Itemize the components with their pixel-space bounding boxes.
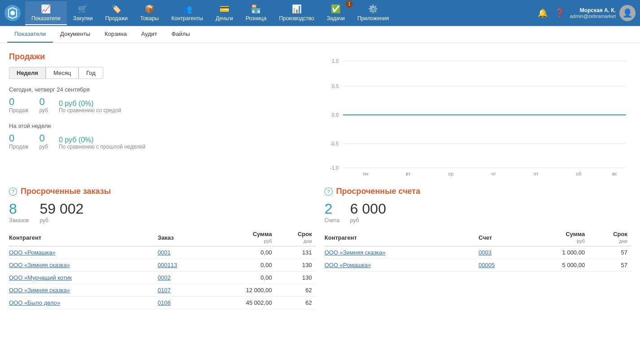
order-link[interactable]: 000113 [158,262,177,268]
sales-panel: Продажи Неделя Месяц Год Сегодня, четвер… [9,52,316,178]
nav-item-pokazateli[interactable]: 📈 Показатели [25,1,67,25]
orders-count-value: 8 [9,201,29,217]
week-label: На этой неделе [9,123,316,129]
nav-item-dengi[interactable]: 💳 Деньги [209,1,239,25]
invoice-sum: 5 000,00 [526,259,589,272]
nav-icon-prodazhi: 🏷️ [111,4,121,14]
table-row: ООО «Мурчащий котик 0002 0,00 130 [9,272,316,284]
counterparty-link[interactable]: ООО «Зимняя сказка» [9,262,70,268]
overdue-orders-header-row: Контрагент Заказ Суммаруб Срокдни [9,229,316,246]
nav-item-prilojeniya[interactable]: ⚙️ Приложения [351,1,395,25]
order-sum: 12 000,00 [209,284,275,297]
inv-counterparty-link[interactable]: ООО «Зимняя сказка» [324,249,386,256]
zadachi-badge: 1 [346,0,353,8]
order-link[interactable]: 0108 [158,299,171,306]
svg-text:пн: пн [363,171,368,176]
period-week-button[interactable]: Неделя [9,67,46,79]
table-row: ООО «Было дело» 0108 45 002,00 62 [9,297,316,309]
user-info: Морская А. К. admin@zebramarket [570,7,616,19]
orders-count-label: Заказов [9,217,29,224]
overdue-invoices-header: ? Просроченные счета [324,187,631,196]
orders-sum-label: руб [39,217,83,224]
nav-item-zakupki[interactable]: 🛒 Закупки [67,1,99,25]
nav-item-roznitsa[interactable]: 🏪 Розница [239,1,272,25]
counterparty-link[interactable]: ООО «Было дело» [9,299,60,306]
nav-item-prodazhi[interactable]: 🏷️ Продажи [99,1,134,25]
order-link[interactable]: 0001 [158,249,171,256]
top-navigation: 📈 Показатели 🛒 Закупки 🏷️ Продажи 📦 Това… [0,0,640,26]
svg-text:чт: чт [491,171,496,176]
nav-icon-pokazateli: 📈 [41,4,51,14]
invoice-days: 57 [588,259,631,272]
invoice-days: 57 [588,246,631,259]
order-days: 62 [276,284,316,297]
nav-icon-tovary: 📦 [145,4,154,14]
today-count-label: Продаж [9,107,28,114]
period-year-button[interactable]: Год [79,67,103,79]
nav-item-kontragenty[interactable]: 👥 Контрагенты [165,1,210,25]
nav-item-proizvodstvo[interactable]: 📊 Производство [273,1,320,25]
overdue-orders-table-container: Контрагент Заказ Суммаруб Срокдни ООО «Р… [9,229,316,309]
nav-item-zadachi[interactable]: ✅ Задачи 1 [320,1,351,25]
week-sum: 0 руб [39,133,48,150]
invoice-number: 00005 [478,259,526,272]
overdue-invoices-help-icon[interactable]: ? [324,188,333,196]
invoice-link[interactable]: 0003 [478,249,491,256]
logo[interactable] [4,5,21,21]
subnav-pokazateli[interactable]: Показатели [7,26,53,43]
period-month-button[interactable]: Месяц [46,67,79,79]
order-link[interactable]: 0107 [158,287,171,294]
invoices-count-label: Счета [324,217,339,224]
invoice-counterparty: ООО «Ромашка» [324,259,478,272]
order-link[interactable]: 0002 [158,274,171,281]
order-number: 0001 [158,246,209,259]
top-nav-right: 🔔 ❓ Морская А. К. admin@zebramarket 👤 [536,5,636,21]
week-sum-label: руб [39,144,48,150]
subnav-audit[interactable]: Аудит [134,26,164,43]
nav-icon-kontragenty: 👥 [182,4,192,14]
user-name: Морская А. К. [580,7,616,13]
subnav-korzina[interactable]: Корзина [97,26,134,43]
user-avatar[interactable]: 👤 [619,5,636,21]
overdue-invoices-header-row: Контрагент Счет Суммаруб Срокдни [324,229,631,246]
overdue-orders-help-icon[interactable]: ? [9,188,17,196]
counterparty-link[interactable]: ООО «Зимняя сказка» [9,287,70,294]
svg-text:0.5: 0.5 [332,83,338,89]
table-row: ООО «Зимняя сказка» 000113 0,00 130 [9,259,316,272]
user-email: admin@zebramarket [570,13,616,19]
nav-item-tovary[interactable]: 📦 Товары [134,1,165,25]
counterparty-link[interactable]: ООО «Ромашка» [9,249,56,256]
orders-count-block: 8 Заказов [9,201,29,224]
week-count: 0 Продаж [9,133,28,150]
overdue-orders-panel: ? Просроченные заказы 8 Заказов 59 002 р… [9,187,316,309]
inv-counterparty-link[interactable]: ООО «Ромашка» [324,262,371,268]
subnav-faily[interactable]: Файлы [164,26,197,43]
order-days: 130 [276,259,316,272]
invoice-link[interactable]: 00005 [478,262,495,268]
table-row: ООО «Ромашка» 0001 0,00 131 [9,246,316,259]
svg-text:ср: ср [448,171,454,176]
help-button[interactable]: ❓ [553,6,566,20]
svg-point-2 [10,11,15,15]
overdue-orders-title: Просроченные заказы [21,187,111,196]
overdue-invoices-title: Просроченные счета [336,187,420,196]
subnav-dokumenty[interactable]: Документы [53,26,97,43]
today-count-value: 0 [9,96,14,107]
order-days: 131 [276,246,316,259]
nav-icon-proizvodstvo: 📊 [292,4,302,14]
today-date: Сегодня, четверг 24 сентября [9,86,316,93]
order-sum: 0,00 [209,246,275,259]
counterparty-link[interactable]: ООО «Мурчащий котик [9,274,72,281]
invoices-sum-value: 6 000 [350,201,386,217]
col-order: Заказ [158,229,209,246]
sales-title: Продажи [9,52,316,61]
today-count: 0 Продаж [9,96,28,114]
order-days: 62 [276,297,316,309]
today-compare-label: По сравнению со средой [59,107,121,114]
notifications-button[interactable]: 🔔 [536,6,549,20]
col-counterparty: Контрагент [9,229,158,246]
bottom-content: ? Просроченные заказы 8 Заказов 59 002 р… [0,187,640,318]
svg-text:1.0: 1.0 [332,58,338,64]
order-counterparty: ООО «Ромашка» [9,246,158,259]
invoice-number: 0003 [478,246,526,259]
